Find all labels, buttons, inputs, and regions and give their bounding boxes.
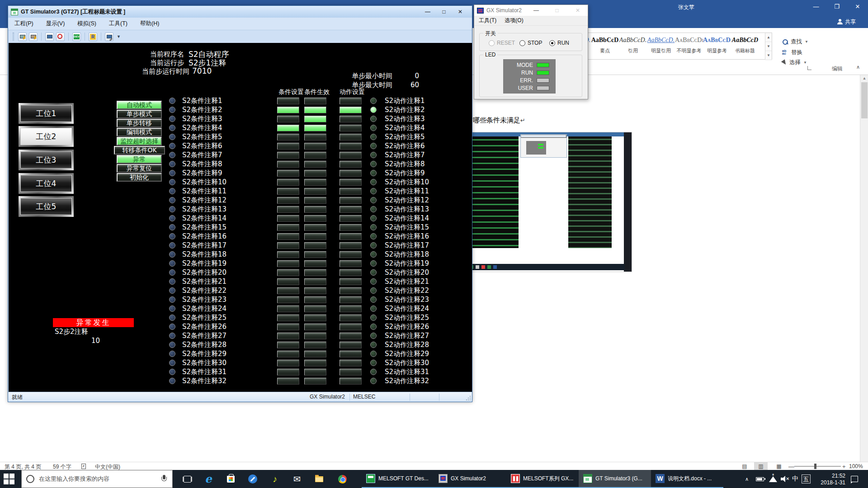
gx-menu-item-1[interactable]: 选项(O) (505, 17, 523, 24)
mode-button-3[interactable]: 单步转移 (117, 119, 162, 127)
edge-icon[interactable]: e (203, 474, 214, 484)
gallery-more-icon[interactable]: ▼ (765, 51, 772, 60)
gx-minimize-button[interactable]: — (529, 5, 543, 16)
scroll-up-icon[interactable]: ▲ (860, 76, 868, 80)
gt-menu-item-1[interactable]: 显示(V) (46, 20, 65, 28)
gx-close-button[interactable]: ✕ (571, 5, 585, 16)
zoom-slider-track[interactable] (794, 466, 841, 467)
radio-run[interactable]: RUN (549, 40, 569, 46)
zoom-level[interactable]: 100% (849, 463, 863, 469)
chrome-icon[interactable] (337, 474, 348, 484)
settings-tool-icon[interactable] (247, 474, 258, 484)
task-view-button[interactable] (182, 474, 193, 484)
word-restore-button[interactable]: ❐ (826, 0, 847, 14)
zoom-in-button[interactable]: + (842, 463, 846, 470)
toolbar-grip[interactable] (13, 33, 14, 41)
ribbon-collapse-icon[interactable]: ∧ (856, 64, 860, 70)
station-button-3[interactable]: 工位3 (19, 150, 74, 170)
mail-icon[interactable]: ✉ (292, 474, 302, 484)
ime-language-indicator[interactable]: 中 (790, 470, 800, 488)
gt-titlebar[interactable]: GT Simulator3 (GT27) [工程标题未设置 ] — □ ✕ (8, 6, 472, 18)
action-comment-label: S2动作注释29 (385, 350, 429, 358)
start-simulation-icon[interactable] (45, 33, 54, 41)
gt-menu-item-2[interactable]: 模拟(S) (77, 20, 96, 28)
station-button-1[interactable]: 工位1 (19, 103, 74, 124)
word-minimize-button[interactable]: — (806, 0, 826, 14)
zoom-out-button[interactable]: — (788, 463, 794, 470)
file-explorer-icon[interactable] (314, 474, 325, 484)
document-scrollbar[interactable]: ▲ (860, 75, 868, 462)
screen-setup-icon[interactable] (105, 33, 113, 41)
mode-button-1[interactable]: 自动模式 (117, 101, 162, 109)
action-set-indicator (340, 360, 362, 366)
store-icon[interactable] (225, 474, 236, 484)
web-layout-button[interactable]: ▦ (772, 462, 786, 470)
taskbar-app-gt-sim3[interactable]: GT Simulator3 (G... (579, 470, 651, 488)
spellcheck-icon[interactable]: ✗ (81, 464, 86, 469)
style-item-2[interactable]: AaBbCcD要点 (591, 33, 619, 59)
clock[interactable]: 21:52 2018-1-31 (814, 470, 845, 488)
station-button-5[interactable]: 工位5 (19, 196, 74, 217)
style-item-3[interactable]: AaBbCcD.引用 (619, 33, 647, 59)
save-project-icon[interactable] (29, 33, 38, 41)
style-item-5[interactable]: AaBbCcDi不明显参考 (675, 33, 703, 59)
select-button[interactable]: 选择 ▼ (782, 59, 807, 66)
battery-icon[interactable] (754, 470, 766, 488)
gt-close-button[interactable]: ✕ (452, 6, 468, 18)
gx-menu-item-0[interactable]: 工具(T) (479, 17, 496, 24)
gt-maximize-button[interactable]: □ (436, 6, 452, 18)
read-mode-button[interactable]: ▤ (738, 462, 751, 470)
gt-menu-item-3[interactable]: 工具(T) (109, 20, 127, 28)
mode-button-5[interactable]: 监控超时选择 (117, 137, 162, 145)
action-center-icon[interactable] (849, 470, 860, 488)
dialog-launcher-icon[interactable] (807, 66, 811, 70)
radio-stop[interactable]: STOP (519, 40, 542, 46)
resize-grip[interactable] (466, 395, 471, 401)
mode-button-7[interactable]: 异常 (117, 155, 162, 164)
open-project-icon[interactable] (18, 33, 27, 41)
station-button-4[interactable]: 工位4 (19, 173, 74, 194)
style-gallery-scrollbar[interactable]: ▲ ▼ ▼ (765, 33, 772, 59)
taskbar-app-melsoft-gx[interactable]: MELSOFT系列 GX... (506, 470, 579, 488)
taskbar-app-gx-sim[interactable]: GX Simulator2 (434, 470, 506, 488)
gallery-down-icon[interactable]: ▼ (765, 42, 772, 51)
search-box[interactable]: 在这里输入你要搜索的内容 (21, 470, 173, 488)
toolbar-options-icon[interactable]: ▼ (117, 34, 121, 39)
music-app-icon[interactable]: ♪ (269, 474, 280, 484)
wifi-icon[interactable]: * (768, 470, 778, 488)
mode-button-6[interactable]: 转移条件OK (114, 146, 165, 155)
mode-button-2[interactable]: 单步模式 (117, 110, 162, 118)
scrollbar-thumb[interactable] (861, 82, 868, 118)
word-close-button[interactable]: ✕ (847, 0, 868, 14)
taskbar-app-melsoft-gt[interactable]: MELSOFT GT Des... (362, 470, 434, 488)
gt-menu-item-0[interactable]: 工程(P) (14, 20, 33, 28)
zoom-slider-thumb[interactable] (814, 464, 816, 469)
style-item-4[interactable]: AaBbCcD.明显引用 (647, 33, 675, 59)
volume-muted-icon[interactable]: ✕ (779, 470, 790, 488)
reset-icon[interactable]: R (89, 33, 97, 41)
gx-titlebar[interactable]: GX Simulator2 — □ ✕ (474, 5, 588, 16)
gt-minimize-button[interactable]: — (420, 6, 436, 18)
stop-simulation-icon[interactable] (56, 33, 65, 41)
style-gallery[interactable]: AaBbCcD.明显强调AaBbCcD要点AaBbCcD.引用AaBbCcD.明… (562, 33, 772, 60)
mode-button-4[interactable]: 编辑模式 (117, 128, 162, 136)
share-button[interactable]: 共享 (837, 17, 856, 26)
mode-button-8[interactable]: 异常复位 (117, 164, 162, 173)
device-monitor-icon[interactable]: DEV (72, 33, 81, 41)
start-button[interactable] (4, 474, 14, 484)
embedded-screenshot-image[interactable] (467, 132, 632, 272)
gt-menu-item-4[interactable]: 帮助(H) (140, 20, 159, 28)
gallery-up-icon[interactable]: ▲ (765, 33, 772, 42)
station-button-2[interactable]: 工位2 (19, 126, 74, 147)
replace-button[interactable]: abac 替换 (782, 49, 802, 56)
microphone-icon[interactable] (161, 475, 167, 483)
ime-mode-indicator[interactable]: 五 (800, 470, 812, 488)
taskbar-app-word[interactable]: 说明文档.docx - ... (651, 470, 723, 488)
find-button[interactable]: 查找 ▼ (782, 38, 808, 46)
tray-overflow-icon[interactable]: ∧ (742, 470, 751, 488)
style-item-6[interactable]: AaBbCcDi明显参考 (703, 33, 731, 59)
print-layout-button[interactable]: ▥ (754, 462, 768, 470)
mode-button-9[interactable]: 初始化 (117, 173, 162, 182)
word-account-name[interactable]: 张文苹 (678, 4, 694, 11)
style-item-7[interactable]: AaBbCcD书籍标题 (731, 33, 759, 59)
